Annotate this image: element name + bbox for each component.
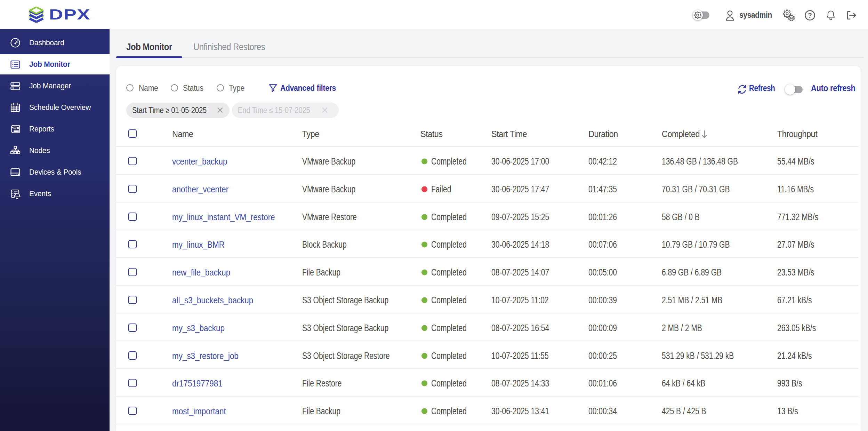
svg-text:?: ? [808,11,812,19]
